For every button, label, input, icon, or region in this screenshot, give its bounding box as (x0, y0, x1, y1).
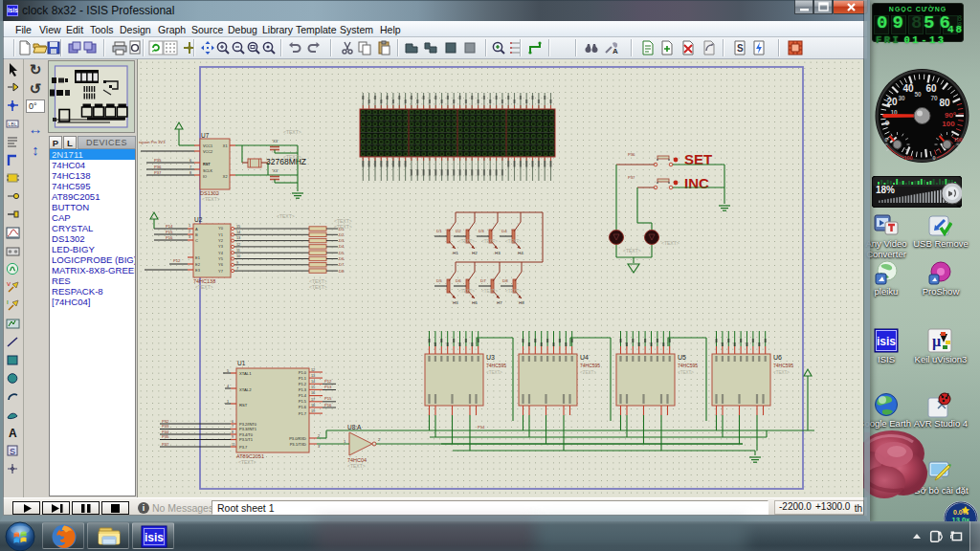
svg-text:7: 7 (189, 165, 191, 169)
svg-text:100: 100 (953, 137, 962, 143)
svg-text:P37: P37 (162, 442, 169, 447)
svg-text:nguon Pin 3V3: nguon Pin 3V3 (139, 140, 166, 144)
svg-text:12: 12 (311, 368, 315, 372)
svg-text:6: 6 (232, 420, 234, 424)
svg-text:D4: D4 (501, 229, 507, 233)
svg-text:D5: D5 (339, 251, 345, 255)
svg-text:V: V (7, 281, 11, 287)
svg-text:SCLK: SCLK (203, 169, 212, 173)
svg-text:11: 11 (236, 249, 240, 253)
svg-text:<TEXT>: <TEXT> (773, 370, 790, 375)
svg-text:P1.2: P1.2 (299, 382, 307, 386)
svg-text:U1: U1 (237, 360, 246, 366)
svg-text:isis: isis (145, 531, 164, 544)
svg-text:<TEXT>: <TEXT> (505, 239, 522, 244)
svg-text:P14: P14 (166, 224, 173, 229)
svg-text:S: S (737, 43, 744, 54)
svg-text:LBL: LBL (8, 121, 17, 127)
svg-text:D1: D1 (436, 229, 442, 233)
svg-text:<TEXT>: <TEXT> (283, 154, 301, 160)
svg-text:P1.6: P1.6 (299, 405, 307, 409)
svg-text:INC: INC (684, 175, 709, 191)
svg-text:U3: U3 (486, 354, 495, 361)
svg-text:P16: P16 (166, 235, 173, 240)
svg-text:<TEXT>: <TEXT> (347, 463, 366, 469)
svg-text:74HC595: 74HC595 (486, 363, 506, 368)
svg-text:D7: D7 (480, 278, 486, 283)
svg-text:<TEXT>: <TEXT> (661, 240, 679, 246)
svg-text:7: 7 (236, 267, 238, 271)
svg-text:13: 13 (236, 236, 240, 240)
svg-text:<TEXT>: <TEXT> (238, 459, 256, 465)
svg-text:P37: P37 (628, 175, 635, 180)
svg-text:Y5: Y5 (218, 256, 224, 261)
svg-text:H2: H2 (472, 251, 478, 255)
svg-text:60: 60 (925, 83, 937, 94)
svg-text:<TEXT>: <TEXT> (334, 224, 352, 230)
svg-text:D8: D8 (339, 269, 345, 274)
svg-text:E2: E2 (195, 262, 201, 267)
svg-text:X2: X2 (223, 175, 228, 179)
svg-text:2: 2 (318, 434, 320, 438)
svg-text:Y7: Y7 (218, 269, 224, 274)
svg-text:100: 100 (903, 155, 912, 161)
svg-text:50: 50 (914, 91, 922, 98)
svg-text:P1.7: P1.7 (299, 411, 307, 416)
svg-text:Y0: Y0 (218, 226, 224, 231)
svg-text:µ: µ (932, 333, 941, 350)
svg-text:P15: P15 (324, 396, 332, 401)
svg-text:XTAL2: XTAL2 (239, 387, 252, 392)
svg-text:70: 70 (930, 95, 938, 101)
svg-text:D6: D6 (456, 278, 461, 283)
svg-text:A: A (612, 47, 618, 55)
svg-text:P3.0/RXD: P3.0/RXD (289, 436, 306, 441)
svg-text:Y1: Y1 (218, 232, 224, 237)
svg-text:P3.5/T1: P3.5/T1 (239, 437, 254, 442)
svg-text:X1: X1 (223, 144, 228, 148)
svg-text:H5: H5 (453, 300, 458, 305)
svg-text:XTAL1: XTAL1 (239, 371, 252, 376)
svg-text:B: B (195, 232, 198, 237)
svg-text:D2: D2 (456, 229, 461, 233)
svg-text:P34: P34 (162, 430, 169, 434)
svg-text:90°: 90° (945, 111, 956, 120)
svg-text:17: 17 (311, 398, 315, 402)
svg-text:<TEXT>: <TEXT> (458, 289, 475, 294)
svg-text:D3: D3 (339, 238, 345, 243)
svg-text:P1.3: P1.3 (299, 387, 307, 392)
svg-text:P13: P13 (324, 385, 332, 389)
svg-text:10: 10 (236, 254, 240, 258)
svg-text:D2: D2 (339, 232, 345, 237)
svg-text:<TEXT>: <TEXT> (481, 239, 498, 244)
svg-text:4: 4 (227, 385, 229, 388)
svg-text:P36: P36 (628, 152, 635, 157)
svg-text:15: 15 (311, 386, 315, 389)
svg-text:19: 19 (311, 409, 315, 413)
svg-text:Y3: Y3 (218, 244, 224, 249)
svg-text:<TEXT>: <TEXT> (283, 129, 301, 135)
svg-text:1: 1 (344, 439, 346, 444)
svg-text:13: 13 (311, 374, 315, 378)
svg-text:<TEXT>: <TEXT> (277, 213, 295, 219)
svg-text:15: 15 (236, 225, 240, 229)
svg-text:H3: H3 (495, 251, 501, 255)
svg-text:0: 0 (932, 155, 935, 161)
svg-text:U6: U6 (773, 354, 782, 361)
svg-text:40: 40 (902, 83, 914, 94)
svg-text:12: 12 (236, 243, 240, 247)
svg-text:<TEXT>: <TEXT> (481, 289, 498, 294)
svg-text:RST: RST (203, 163, 211, 166)
svg-text:5: 5 (227, 369, 229, 373)
svg-text:D4: D4 (339, 244, 345, 249)
svg-text:Y2: Y2 (218, 238, 224, 243)
svg-text:E3: E3 (195, 268, 201, 273)
svg-text:D6: D6 (339, 256, 345, 261)
svg-text:<TEXT>: <TEXT> (580, 370, 596, 375)
svg-text:0: 0 (884, 137, 887, 143)
svg-text:Y4: Y4 (218, 251, 224, 255)
svg-text:H6: H6 (472, 300, 478, 305)
svg-text:7: 7 (232, 425, 234, 429)
svg-text:H7: H7 (497, 300, 502, 305)
svg-text:80: 80 (939, 98, 950, 108)
svg-text:isis: isis (877, 335, 896, 348)
